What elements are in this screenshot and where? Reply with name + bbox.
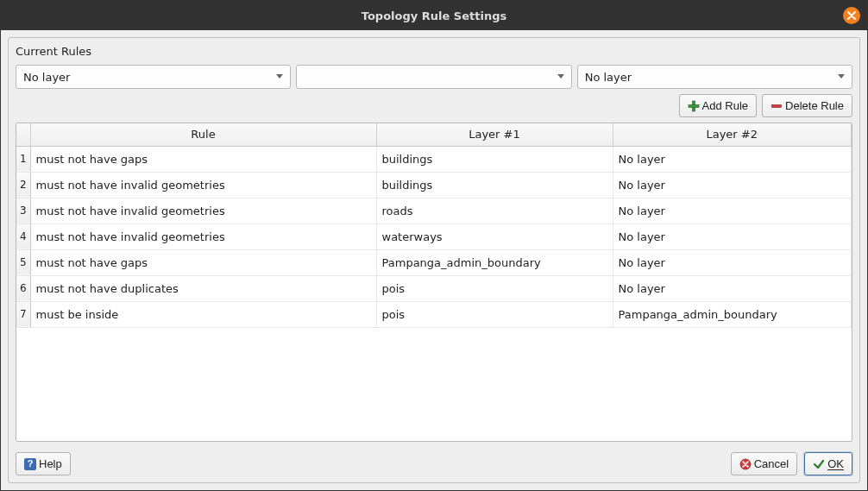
main-panel: Current Rules No layer No layer — [8, 37, 860, 483]
layer1-cell[interactable]: pois — [376, 301, 613, 327]
rule-cell[interactable]: must not have invalid geometries — [30, 223, 376, 249]
layer1-combo-text: No layer — [23, 71, 70, 84]
close-icon — [847, 9, 856, 22]
rule-cell[interactable]: must not have gaps — [30, 249, 376, 275]
row-number-cell: 2 — [16, 172, 30, 198]
current-rules-label: Current Rules — [16, 45, 852, 58]
layer1-cell[interactable]: roads — [376, 198, 613, 223]
layer2-cell[interactable]: No layer — [613, 249, 852, 275]
dropdown-arrow-icon — [838, 73, 845, 80]
row-number-cell: 6 — [16, 275, 30, 301]
table-row[interactable]: 1must not have gapsbuildingsNo layer — [16, 146, 852, 172]
add-rule-button[interactable]: Add Rule — [679, 94, 757, 117]
rule-cell[interactable]: must not have duplicates — [30, 275, 376, 301]
rules-table[interactable]: Rule Layer #1 Layer #2 1must not have ga… — [16, 123, 852, 328]
rule-cell[interactable]: must not have gaps — [30, 146, 376, 172]
layer1-cell[interactable]: pois — [376, 275, 613, 301]
footer-right: Cancel OK — [731, 452, 852, 475]
svg-rect-2 — [772, 104, 782, 107]
rule-action-row: Add Rule Delete Rule — [16, 94, 852, 117]
rule-cell[interactable]: must not have invalid geometries — [30, 172, 376, 198]
table-row[interactable]: 6must not have duplicatespoisNo layer — [16, 275, 852, 301]
row-number-cell: 5 — [16, 249, 30, 275]
window-title: Topology Rule Settings — [362, 9, 506, 22]
help-label: Help — [39, 457, 62, 470]
layer1-combo[interactable]: No layer — [16, 65, 291, 89]
cancel-icon — [739, 458, 752, 470]
dialog-window: Topology Rule Settings Current Rules No … — [0, 0, 868, 491]
table-header-row: Rule Layer #1 Layer #2 — [16, 123, 852, 146]
row-number-cell: 4 — [16, 223, 30, 249]
layer2-cell[interactable]: Pampanga_admin_boundary — [613, 301, 852, 327]
delete-rule-label: Delete Rule — [785, 99, 844, 112]
layer2-column-header[interactable]: Layer #2 — [613, 123, 852, 146]
rule-selector-row: No layer No layer — [16, 65, 852, 89]
layer1-cell[interactable]: buildings — [376, 146, 613, 172]
table-row[interactable]: 3must not have invalid geometriesroadsNo… — [16, 198, 852, 223]
rule-cell[interactable]: must be inside — [30, 301, 376, 327]
cancel-button[interactable]: Cancel — [731, 452, 797, 475]
row-number-cell: 3 — [16, 198, 30, 223]
help-button[interactable]: ? Help — [16, 452, 71, 475]
layer2-cell[interactable]: No layer — [613, 223, 852, 249]
plus-icon — [688, 100, 700, 112]
table-empty-area — [16, 328, 852, 442]
dropdown-arrow-icon — [557, 73, 564, 80]
layer2-cell[interactable]: No layer — [613, 198, 852, 223]
row-number-header — [16, 123, 30, 146]
rule-cell[interactable]: must not have invalid geometries — [30, 198, 376, 223]
layer2-combo[interactable]: No layer — [577, 65, 852, 89]
layer1-cell[interactable]: waterways — [376, 223, 613, 249]
table-row[interactable]: 7must be insidepoisPampanga_admin_bounda… — [16, 301, 852, 327]
rule-column-header[interactable]: Rule — [30, 123, 376, 146]
layer2-combo-text: No layer — [585, 71, 632, 84]
table-row[interactable]: 5must not have gapsPampanga_admin_bounda… — [16, 249, 852, 275]
window-close-button[interactable] — [843, 7, 860, 24]
ok-button[interactable]: OK — [804, 452, 852, 475]
layer1-column-header[interactable]: Layer #1 — [376, 123, 613, 146]
dialog-footer: ? Help Cancel — [16, 452, 852, 475]
table-row[interactable]: 2must not have invalid geometriesbuildin… — [16, 172, 852, 198]
footer-left: ? Help — [16, 452, 71, 475]
dropdown-arrow-icon — [276, 73, 283, 80]
layer2-cell[interactable]: No layer — [613, 275, 852, 301]
delete-rule-button[interactable]: Delete Rule — [762, 94, 852, 117]
row-number-cell: 7 — [16, 301, 30, 327]
layer2-cell[interactable]: No layer — [613, 146, 852, 172]
help-icon: ? — [24, 458, 36, 470]
layer1-cell[interactable]: Pampanga_admin_boundary — [376, 249, 613, 275]
ok-icon — [813, 458, 825, 470]
minus-icon — [771, 100, 783, 112]
layer2-cell[interactable]: No layer — [613, 172, 852, 198]
layer1-cell[interactable]: buildings — [376, 172, 613, 198]
titlebar: Topology Rule Settings — [1, 1, 867, 30]
row-number-cell: 1 — [16, 146, 30, 172]
rule-combo[interactable] — [296, 65, 571, 89]
cancel-label: Cancel — [754, 457, 789, 470]
rules-table-container: Rule Layer #1 Layer #2 1must not have ga… — [16, 123, 852, 442]
dialog-content: Current Rules No layer No layer — [1, 30, 867, 490]
table-row[interactable]: 4must not have invalid geometrieswaterwa… — [16, 223, 852, 249]
svg-rect-1 — [689, 104, 699, 107]
add-rule-label: Add Rule — [702, 99, 748, 112]
ok-label: OK — [827, 457, 844, 470]
